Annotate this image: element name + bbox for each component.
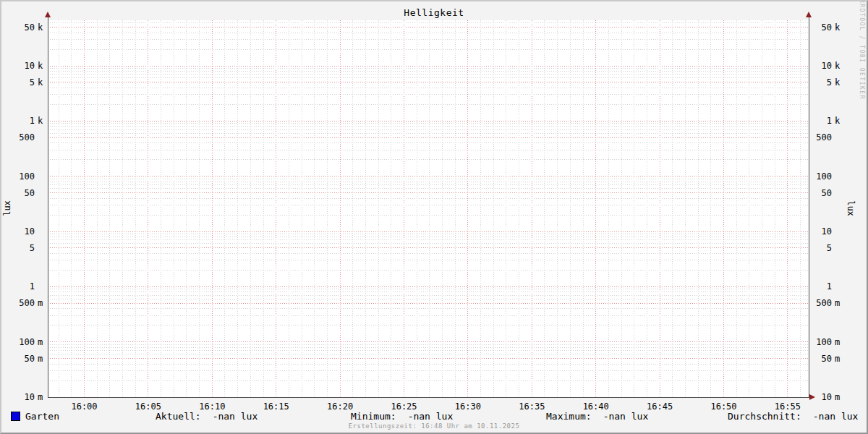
y-tick-label-left: 10	[1, 226, 46, 237]
y-tick-suffix: k	[835, 61, 843, 71]
rrdtool-watermark: RRDTOOL / TOBI OETIKER	[856, 0, 865, 144]
x-tick-label: 16:10	[186, 401, 238, 412]
y-tick-number: 10	[1, 61, 35, 71]
y-tick-number: 100	[812, 171, 832, 182]
y-tick-suffix: m	[835, 392, 843, 402]
y-axis-unit-left: lux	[2, 194, 12, 223]
y-tick-number: 500	[812, 132, 832, 142]
y-tick-label-right: 50k	[812, 22, 843, 33]
y-tick-label-right: 10k	[812, 61, 843, 71]
y-tick-number: 5	[812, 77, 832, 88]
y-tick-suffix: m	[835, 354, 843, 364]
y-tick-number: 50	[812, 22, 832, 33]
y-tick-number: 100	[1, 337, 35, 347]
y-tick-suffix: m	[38, 337, 46, 347]
y-tick-label-right: 50m	[812, 354, 843, 364]
y-tick-number: 5	[1, 243, 35, 253]
chart-grid-svg	[1, 1, 867, 433]
y-tick-label-left: 5	[1, 243, 46, 253]
y-tick-suffix: k	[835, 116, 843, 126]
y-tick-suffix: k	[835, 22, 843, 33]
y-tick-label-right: 10	[812, 226, 843, 237]
y-tick-number: 1	[812, 281, 832, 292]
rrdtool-graph: Helligkeit 50k10k5k1k500100501051500m100…	[0, 0, 868, 434]
y-tick-suffix: m	[835, 337, 843, 347]
y-tick-label-right: 100m	[812, 337, 843, 347]
y-tick-label-left: 500m	[1, 298, 46, 308]
y-tick-label-left: 1	[1, 281, 46, 292]
x-tick-label: 16:35	[506, 401, 558, 412]
axis-arrow	[45, 12, 51, 17]
x-tick-label: 16:00	[59, 401, 111, 412]
x-tick-label: 16:45	[634, 401, 686, 412]
creation-time: Erstellungszeit: 16:48 Uhr am 10.11.2025	[1, 422, 867, 430]
y-tick-suffix: k	[38, 61, 46, 71]
y-tick-suffix: m	[38, 298, 46, 308]
y-tick-label-left: 500	[1, 132, 46, 142]
x-tick-label: 16:20	[314, 401, 366, 412]
x-tick-label: 16:30	[442, 401, 494, 412]
y-tick-number: 100	[1, 171, 35, 182]
y-axis-unit-right: lux	[846, 194, 856, 223]
y-tick-label-right: 1	[812, 281, 843, 292]
x-tick-label: 16:55	[762, 401, 814, 412]
y-tick-number: 50	[1, 354, 35, 364]
y-tick-number: 100	[812, 337, 832, 347]
y-tick-number: 10	[812, 226, 832, 237]
y-tick-number: 10	[1, 392, 35, 402]
y-tick-number: 500	[812, 298, 832, 308]
y-tick-number: 5	[812, 243, 832, 253]
y-tick-label-left: 100	[1, 171, 46, 182]
y-tick-label-right: 100	[812, 171, 843, 182]
y-tick-number: 50	[812, 354, 832, 364]
plot-area	[1, 1, 867, 433]
y-tick-label-right: 50	[812, 188, 843, 198]
y-tick-suffix: m	[835, 298, 843, 308]
y-tick-number: 50	[1, 22, 35, 33]
y-tick-label-right: 1k	[812, 116, 843, 126]
y-tick-label-right: 5	[812, 243, 843, 253]
y-tick-suffix: k	[835, 77, 843, 88]
x-tick-label: 16:50	[698, 401, 750, 412]
y-tick-suffix: m	[38, 392, 46, 402]
y-tick-label-left: 5k	[1, 77, 46, 88]
y-tick-number: 10	[1, 226, 35, 237]
y-tick-label-left: 1k	[1, 116, 46, 126]
y-tick-suffix: k	[38, 77, 46, 88]
y-tick-suffix: m	[38, 354, 46, 364]
y-tick-suffix: k	[38, 22, 46, 33]
y-tick-label-right: 500	[812, 132, 843, 142]
y-tick-suffix: k	[38, 116, 46, 126]
y-tick-label-left: 100m	[1, 337, 46, 347]
y-tick-number: 500	[1, 132, 35, 142]
x-tick-label: 16:40	[570, 401, 622, 412]
y-tick-number: 500	[1, 298, 35, 308]
x-tick-label: 16:05	[122, 401, 174, 412]
y-tick-label-left: 50k	[1, 22, 46, 33]
y-tick-number: 10	[812, 61, 832, 71]
y-tick-number: 50	[812, 188, 832, 198]
y-tick-number: 10	[812, 392, 832, 402]
axis-arrow	[806, 12, 812, 17]
y-tick-number: 5	[1, 77, 35, 88]
x-tick-label: 16:25	[378, 401, 430, 412]
plot-canvas	[48, 20, 809, 397]
y-tick-number: 1	[812, 116, 832, 126]
y-tick-label-right: 10m	[812, 392, 843, 402]
y-tick-number: 1	[1, 281, 35, 292]
y-tick-number: 1	[1, 116, 35, 126]
y-tick-label-left: 10k	[1, 61, 46, 71]
x-tick-label: 16:15	[250, 401, 302, 412]
y-tick-label-left: 50m	[1, 354, 46, 364]
y-tick-label-right: 500m	[812, 298, 843, 308]
y-tick-label-left: 10m	[1, 392, 46, 402]
y-tick-label-right: 5k	[812, 77, 843, 88]
